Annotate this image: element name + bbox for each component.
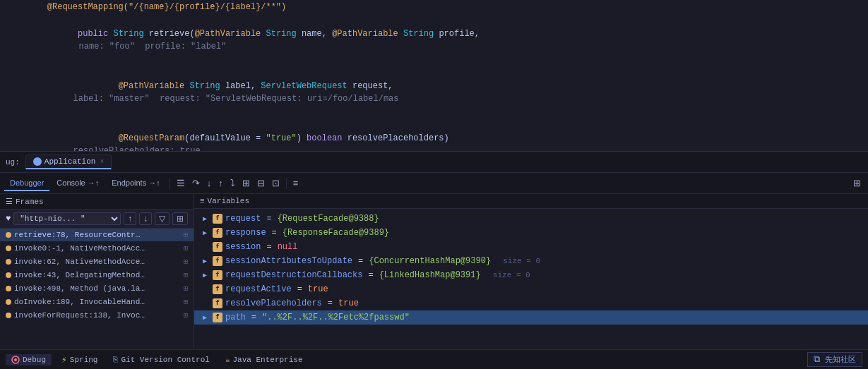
frames-panel: ☰ Frames ♥ "http-nio... " ↑ ↓ ▽ ⊞ retrie…: [0, 194, 194, 369]
toolbar-separator-1: [170, 178, 170, 189]
frame-copy-2[interactable]: ⊞: [184, 258, 188, 266]
var-expand-path[interactable]: ▶: [203, 313, 210, 322]
var-item-request[interactable]: ▶ f request = {RequestFacade@9388}: [194, 212, 868, 226]
var-item-path[interactable]: ▶ f path = "..%2F..%2F..%2Fetc%2fpasswd": [194, 310, 868, 325]
frame-item-5[interactable]: doInvoke:189, InvocableHand… ⊞: [0, 296, 194, 309]
frame-list: retrieve:78, ResourceContr… ⊞ invoke0:-1…: [0, 229, 194, 369]
frame-item-1[interactable]: invoke0:-1, NativeMethodAcc… ⊞: [0, 242, 194, 255]
thread-down-btn[interactable]: ↓: [139, 212, 152, 225]
var-expand-destruction-cb[interactable]: ▶: [203, 271, 210, 279]
frame-copy-5[interactable]: ⊞: [184, 298, 188, 306]
taskbar-git-label: Git Version Control: [121, 356, 209, 364]
taskbar-java-label: Java Enterprise: [233, 356, 303, 364]
var-val-request-active: true: [308, 284, 328, 294]
code-line-2: public String retrieve(@PathVariable Str…: [0, 14, 868, 66]
frame-copy-6[interactable]: ⊞: [184, 311, 188, 320]
frame-icon-3: [6, 272, 11, 278]
var-val-session: null: [278, 242, 298, 252]
frame-item-0[interactable]: retrieve:78, ResourceContr… ⊞: [0, 229, 194, 242]
debugger-tab[interactable]: Debugger: [4, 176, 49, 191]
frame-name-4: invoke:498, Method (java.la…: [14, 284, 145, 293]
variables-label: Variables: [208, 197, 249, 205]
var-icon-response: f: [213, 228, 222, 238]
frames-label: Frames: [16, 198, 44, 206]
taskbar-right: ⧉ 先知社区: [807, 352, 862, 367]
var-name-request-active: requestActive: [225, 284, 292, 294]
frame-icon-1: [6, 246, 11, 251]
taskbar-java[interactable]: ☕ Java Enterprise: [220, 353, 309, 365]
frame-copy-4[interactable]: ⊞: [184, 284, 188, 293]
frame-item-3[interactable]: invoke:43, DelegatingMethod… ⊞: [0, 269, 194, 282]
tab-name: Application: [44, 157, 96, 166]
var-icon-resolve: f: [213, 298, 222, 308]
evaluate-btn[interactable]: ⊞: [239, 176, 253, 190]
taskbar-debug[interactable]: Debug: [6, 354, 52, 365]
bug-icon: [11, 356, 20, 364]
var-name-destruction-cb: requestDestructionCallbacks: [225, 270, 362, 280]
console-tab[interactable]: Console →↑: [51, 176, 105, 191]
thread-up-btn[interactable]: ↑: [124, 212, 136, 225]
run-cursor-btn[interactable]: ⤵: [227, 176, 238, 190]
watermark-text: 先知社区: [825, 356, 856, 364]
frame-copy-0[interactable]: ⊞: [184, 231, 188, 239]
var-icon-request: f: [213, 214, 222, 224]
code-line-3: @PathVariable String label, ServletWebRe…: [0, 66, 868, 119]
var-meta-session-attrs: size = 0: [494, 257, 540, 265]
var-name-response: response: [225, 228, 266, 238]
var-expand-session-attrs[interactable]: ▶: [203, 257, 210, 265]
debug-label: ug:: [6, 158, 20, 167]
var-icon-destruction-cb: f: [213, 270, 222, 280]
endpoints-tab[interactable]: Endpoints →↑: [106, 176, 165, 191]
trace-btn[interactable]: ⊟: [254, 176, 268, 190]
step-over-btn[interactable]: ↷: [189, 176, 203, 190]
frame-item-2[interactable]: invoke:62, NativeMethodAcce… ⊞: [0, 255, 194, 269]
var-item-response[interactable]: ▶ f response = {ResponseFacade@9389}: [194, 226, 868, 240]
git-icon: ⎘: [113, 356, 118, 364]
step-into-btn[interactable]: ↓: [204, 176, 215, 190]
svg-point-1: [14, 358, 17, 361]
show-frames-btn[interactable]: ☰: [174, 176, 188, 190]
watermark: ⧉ 先知社区: [807, 352, 862, 367]
taskbar-spring[interactable]: ⚡ Spring: [56, 353, 103, 367]
var-item-session-attrs[interactable]: ▶ f sessionAttributesToUpdate = {Concurr…: [194, 254, 868, 268]
spring-icon: ⚡: [61, 354, 67, 365]
code-line-4: @RequestParam(defaultValue = "true") boo…: [0, 119, 868, 152]
var-item-destruction-cb[interactable]: ▶ f requestDestructionCallbacks = {Linke…: [194, 268, 868, 282]
var-val-resolve: true: [338, 298, 359, 308]
restore-btn[interactable]: ⊞: [850, 176, 864, 190]
settings-btn[interactable]: ≡: [290, 176, 302, 190]
frame-name-0: retrieve:78, ResourceContr…: [14, 231, 140, 239]
more-btn[interactable]: ⊡: [269, 176, 283, 190]
var-name-request: request: [225, 214, 261, 224]
debugger-toolbar: Debugger Console →↑ Endpoints →↑ ☰ ↷ ↓ ↑…: [0, 173, 868, 194]
var-val-request: {RequestFacade@9388}: [278, 214, 379, 224]
frame-copy-1[interactable]: ⊞: [184, 244, 188, 253]
toolbar-right: ⊞: [850, 176, 864, 190]
frame-item-6[interactable]: invokeForRequest:138, Invoc… ⊞: [0, 309, 194, 322]
thread-filter-btn[interactable]: ▽: [155, 212, 170, 225]
var-icon-session: f: [213, 242, 222, 252]
step-out-btn[interactable]: ↑: [215, 176, 226, 190]
thread-copy-btn[interactable]: ⊞: [172, 212, 188, 225]
var-item-session[interactable]: ▶ f session = null: [194, 240, 868, 254]
var-name-resolve: resolvePlaceholders: [225, 298, 322, 308]
thread-dropdown[interactable]: "http-nio... ": [13, 212, 121, 225]
var-expand-request[interactable]: ▶: [203, 214, 210, 223]
application-tab[interactable]: Application ×: [25, 155, 112, 169]
taskbar-git[interactable]: ⎘ Git Version Control: [107, 354, 215, 365]
var-item-request-active[interactable]: ▶ f requestActive = true: [194, 282, 868, 296]
taskbar: Debug ⚡ Spring ⎘ Git Version Control ☕ J…: [0, 349, 868, 369]
variables-panel: ≡ Variables ▶ f request = {RequestFacade…: [194, 194, 868, 369]
frame-name-6: invokeForRequest:138, Invoc…: [14, 311, 145, 320]
taskbar-spring-label: Spring: [70, 356, 98, 364]
frame-item-4[interactable]: invoke:498, Method (java.la… ⊞: [0, 282, 194, 296]
tab-bar: ug: Application ×: [0, 152, 868, 173]
var-val-response: {ResponseFacade@9389}: [283, 228, 389, 238]
var-meta-destruction-cb: size = 0: [484, 271, 530, 279]
var-expand-response[interactable]: ▶: [203, 229, 210, 237]
var-item-resolve-placeholders[interactable]: ▶ f resolvePlaceholders = true: [194, 296, 868, 310]
java-icon: ☕: [225, 355, 230, 364]
frame-copy-3[interactable]: ⊞: [184, 271, 188, 279]
tab-close-button[interactable]: ×: [100, 158, 104, 166]
variables-panel-header: ≡ Variables: [194, 194, 868, 209]
